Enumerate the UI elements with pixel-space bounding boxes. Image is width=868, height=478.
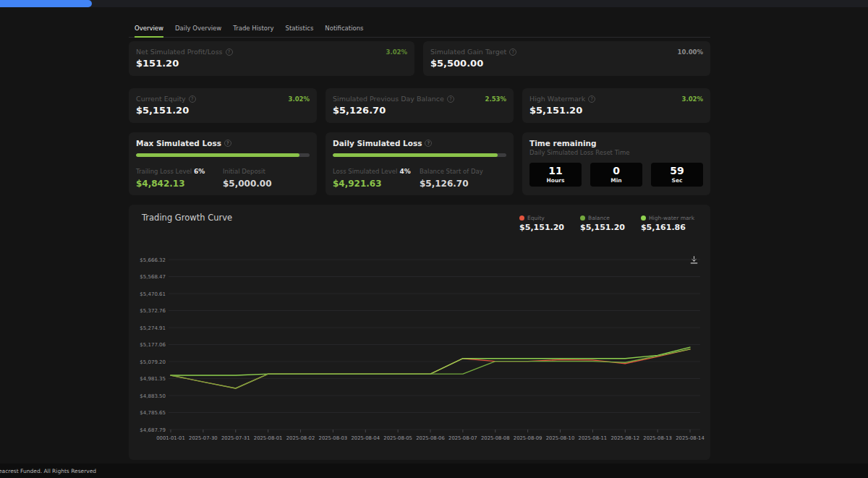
svg-text:$5,470.61: $5,470.61 bbox=[140, 291, 166, 297]
trailing-loss-value: $4,842.13 bbox=[136, 179, 223, 189]
svg-text:$5,274.91: $5,274.91 bbox=[140, 325, 166, 331]
legend-value: $5,151.20 bbox=[580, 223, 625, 232]
info-icon[interactable]: ? bbox=[588, 95, 595, 103]
card-value: $5,126.70 bbox=[333, 105, 506, 116]
svg-text:2025-08-14: 2025-08-14 bbox=[676, 435, 705, 441]
card-time-remaining: Time remaining Daily Simulated Loss Rese… bbox=[522, 132, 710, 195]
time-remaining-subtitle: Daily Simulated Loss Reset Time bbox=[529, 149, 703, 156]
loss-level-label: Loss Simulated Level bbox=[333, 168, 397, 175]
trailing-loss-percent: 6% bbox=[194, 168, 205, 175]
tab-trade-history[interactable]: Trade History bbox=[233, 20, 273, 37]
minutes-label: Min bbox=[610, 177, 621, 184]
info-icon[interactable]: ? bbox=[224, 140, 231, 147]
legend-item-high-water-mark[interactable]: High-water mark $5,161.86 bbox=[641, 215, 694, 232]
footer-copyright: eacrest Funded. All Rights Reserved bbox=[0, 468, 96, 474]
svg-text:2025-08-11: 2025-08-11 bbox=[579, 435, 608, 441]
tab-daily-overview[interactable]: Daily Overview bbox=[175, 20, 221, 37]
card-daily-simulated-loss: Daily Simulated Loss? Loss Simulated Lev… bbox=[326, 132, 514, 195]
legend-label: Equity bbox=[527, 215, 545, 221]
countdown-seconds: 59 Sec bbox=[651, 163, 703, 187]
svg-text:$5,666.32: $5,666.32 bbox=[140, 257, 166, 263]
legend-value: $5,151.20 bbox=[519, 223, 564, 232]
svg-text:$4,981.35: $4,981.35 bbox=[140, 376, 166, 382]
loss-level-percent: 4% bbox=[399, 168, 410, 175]
initial-deposit-value: $5,000.00 bbox=[223, 179, 310, 189]
card-high-watermark: High Watermark? 3.02% $5,151.20 bbox=[522, 88, 710, 123]
card-label: Simulated Gain Target? bbox=[430, 48, 516, 56]
percent-badge: 3.02% bbox=[289, 95, 310, 103]
svg-text:$5,568.47: $5,568.47 bbox=[140, 274, 166, 280]
svg-text:$5,079.20: $5,079.20 bbox=[140, 359, 166, 365]
hours-label: Hours bbox=[547, 177, 565, 184]
tab-overview[interactable]: Overview bbox=[135, 20, 163, 38]
svg-text:0001-01-01: 0001-01-01 bbox=[156, 435, 185, 441]
percent-badge: 3.02% bbox=[386, 48, 408, 56]
growth-chart-svg: $4,687.79$4,785.65$4,883.50$4,981.35$5,0… bbox=[135, 250, 705, 454]
svg-text:$5,372.76: $5,372.76 bbox=[140, 308, 166, 314]
info-icon[interactable]: ? bbox=[425, 140, 432, 147]
percent-badge: 10.00% bbox=[678, 48, 703, 56]
card-value: $5,151.20 bbox=[529, 105, 703, 116]
loss-level-value: $4,921.63 bbox=[333, 179, 420, 189]
card-label: High Watermark? bbox=[529, 95, 595, 103]
card-current-equity: Current Equity? 3.02% $5,151.20 bbox=[129, 88, 317, 123]
legend-item-balance[interactable]: Balance $5,151.20 bbox=[580, 215, 625, 232]
equity-dot-icon bbox=[519, 215, 524, 221]
card-title: Daily Simulated Loss? bbox=[333, 139, 432, 148]
high-water-mark-dot-icon bbox=[641, 215, 646, 221]
percent-badge: 3.02% bbox=[682, 95, 704, 103]
top-strip bbox=[0, 0, 868, 7]
card-value: $5,151.20 bbox=[136, 105, 310, 116]
svg-text:2025-08-07: 2025-08-07 bbox=[448, 435, 477, 441]
card-title: Max Simulated Loss? bbox=[136, 139, 231, 148]
chart-title: Trading Growth Curve bbox=[142, 213, 232, 223]
info-icon[interactable]: ? bbox=[509, 48, 516, 56]
loading-progress-bar bbox=[0, 0, 92, 7]
tab-statistics[interactable]: Statistics bbox=[285, 20, 313, 37]
legend-label: High-water mark bbox=[649, 215, 694, 221]
initial-deposit-label: Initial Deposit bbox=[223, 168, 265, 175]
svg-text:2025-07-31: 2025-07-31 bbox=[221, 435, 250, 441]
max-loss-progress-track bbox=[136, 153, 310, 157]
svg-text:2025-08-02: 2025-08-02 bbox=[286, 435, 315, 441]
tab-notifications[interactable]: Notifications bbox=[325, 20, 363, 37]
seconds-value: 59 bbox=[670, 166, 684, 176]
svg-text:$5,177.06: $5,177.06 bbox=[140, 342, 166, 348]
balance-start-value: $5,126.70 bbox=[420, 179, 506, 189]
card-title: Time remaining bbox=[529, 139, 703, 148]
card-simulated-previous-day-balance: Simulated Previous Day Balance? 2.53% $5… bbox=[326, 88, 514, 123]
countdown-minutes: 0 Min bbox=[590, 163, 642, 187]
minutes-value: 0 bbox=[613, 166, 620, 176]
card-net-simulated-profit-loss: Net Simulated Profit/Loss? 3.02% $151.20 bbox=[129, 41, 414, 76]
svg-text:2025-08-09: 2025-08-09 bbox=[514, 435, 542, 441]
card-label: Net Simulated Profit/Loss? bbox=[136, 48, 233, 56]
footer: eacrest Funded. All Rights Reserved bbox=[0, 464, 868, 478]
svg-text:$4,883.50: $4,883.50 bbox=[140, 393, 166, 399]
svg-text:$4,785.65: $4,785.65 bbox=[140, 410, 166, 416]
hours-value: 11 bbox=[548, 166, 562, 176]
info-icon[interactable]: ? bbox=[447, 95, 454, 103]
card-value: $5,500.00 bbox=[430, 58, 703, 69]
info-icon[interactable]: ? bbox=[189, 95, 196, 103]
daily-loss-progress-track bbox=[333, 153, 506, 157]
daily-loss-progress-fill bbox=[333, 153, 498, 157]
max-loss-progress-fill bbox=[136, 153, 299, 157]
trading-growth-curve-card: Trading Growth Curve Equity $5,151.20 Ba… bbox=[129, 205, 710, 460]
legend-item-equity[interactable]: Equity $5,151.20 bbox=[519, 215, 564, 232]
card-value: $151.20 bbox=[136, 58, 407, 69]
svg-text:2025-08-13: 2025-08-13 bbox=[643, 435, 672, 441]
legend-value: $5,161.86 bbox=[641, 223, 694, 232]
card-simulated-gain-target: Simulated Gain Target? 10.00% $5,500.00 bbox=[423, 41, 710, 76]
svg-text:2025-08-01: 2025-08-01 bbox=[254, 435, 283, 441]
card-label: Current Equity? bbox=[136, 95, 196, 103]
card-max-simulated-loss: Max Simulated Loss? Trailing Loss Level6… bbox=[129, 132, 317, 195]
info-icon[interactable]: ? bbox=[226, 48, 233, 56]
balance-dot-icon bbox=[580, 215, 585, 221]
svg-text:2025-07-30: 2025-07-30 bbox=[189, 435, 218, 441]
seconds-label: Sec bbox=[672, 177, 683, 184]
chart-legend: Equity $5,151.20 Balance $5,151.20 High-… bbox=[519, 215, 694, 232]
balance-start-label: Balance Start of Day bbox=[420, 168, 483, 175]
card-label: Simulated Previous Day Balance? bbox=[333, 95, 454, 103]
svg-text:2025-08-04: 2025-08-04 bbox=[351, 435, 380, 441]
svg-text:2025-08-10: 2025-08-10 bbox=[546, 435, 575, 441]
